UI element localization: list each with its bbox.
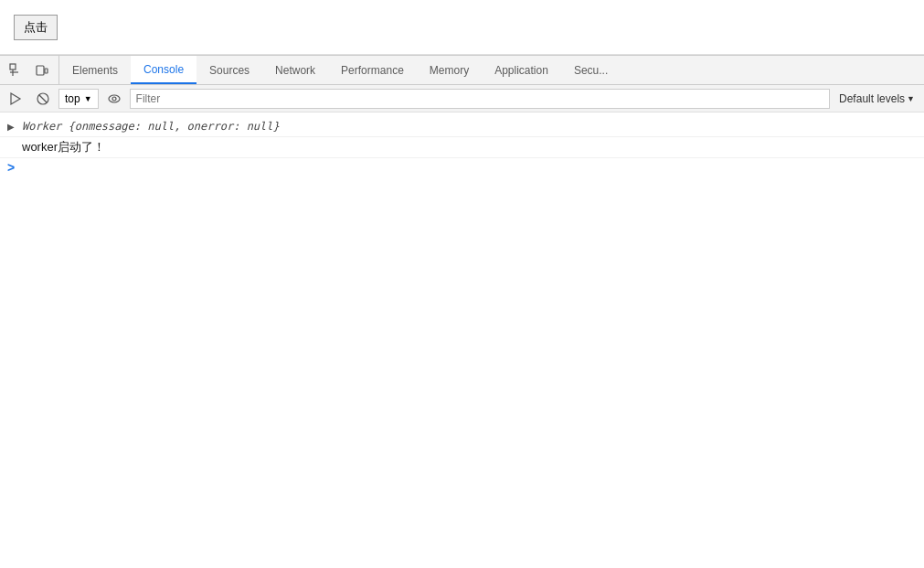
devtools-tabs-row: Elements Console Sources Network Perform… (0, 56, 924, 85)
console-toolbar: top ▼ Default levels ▼ (0, 85, 924, 113)
inspect-icon-button[interactable] (5, 59, 27, 81)
console-output: Worker {onmessage: null, onerror: null} … (0, 113, 924, 568)
device-toggle-button[interactable] (31, 59, 53, 81)
tab-security[interactable]: Secu... (561, 56, 621, 84)
svg-rect-0 (10, 64, 16, 70)
default-levels-button[interactable]: Default levels ▼ (834, 91, 920, 107)
worker-object-text: Worker {onmessage: null, onerror: null} (22, 120, 280, 133)
page-area: 点击 (0, 0, 924, 55)
tab-network[interactable]: Network (262, 56, 328, 84)
clear-icon (36, 91, 50, 106)
devtools-toolbar-icons (0, 56, 59, 84)
context-selector[interactable]: top ▼ (58, 89, 99, 109)
console-entry-worker[interactable]: Worker {onmessage: null, onerror: null} (0, 116, 924, 137)
tab-memory[interactable]: Memory (417, 56, 482, 84)
tab-sources[interactable]: Sources (196, 56, 262, 84)
svg-rect-4 (45, 69, 48, 73)
svg-line-7 (39, 95, 47, 102)
inspect-icon (9, 63, 24, 78)
eye-icon (107, 91, 122, 106)
live-expressions-button[interactable] (102, 89, 126, 109)
tab-elements[interactable]: Elements (59, 56, 131, 84)
play-icon (8, 91, 23, 106)
svg-point-8 (109, 95, 120, 102)
tab-application[interactable]: Application (482, 56, 561, 84)
tab-console[interactable]: Console (131, 56, 196, 84)
levels-chevron-icon: ▼ (907, 94, 915, 103)
log-text-content: worker启动了！ (22, 140, 105, 154)
svg-point-9 (112, 97, 116, 101)
prompt-arrow-icon: > (7, 160, 15, 175)
console-entry-log: worker启动了！ (0, 137, 924, 158)
tab-performance[interactable]: Performance (328, 56, 417, 84)
device-icon (35, 63, 49, 78)
execute-script-button[interactable] (4, 89, 27, 109)
console-prompt-line[interactable]: > (0, 158, 924, 177)
demo-button[interactable]: 点击 (14, 15, 58, 40)
clear-console-button[interactable] (31, 89, 55, 109)
console-filter-input[interactable] (130, 89, 830, 109)
chevron-down-icon: ▼ (84, 94, 92, 103)
svg-rect-3 (37, 66, 44, 75)
devtools-panel: Elements Console Sources Network Perform… (0, 55, 924, 568)
svg-marker-5 (11, 93, 20, 104)
